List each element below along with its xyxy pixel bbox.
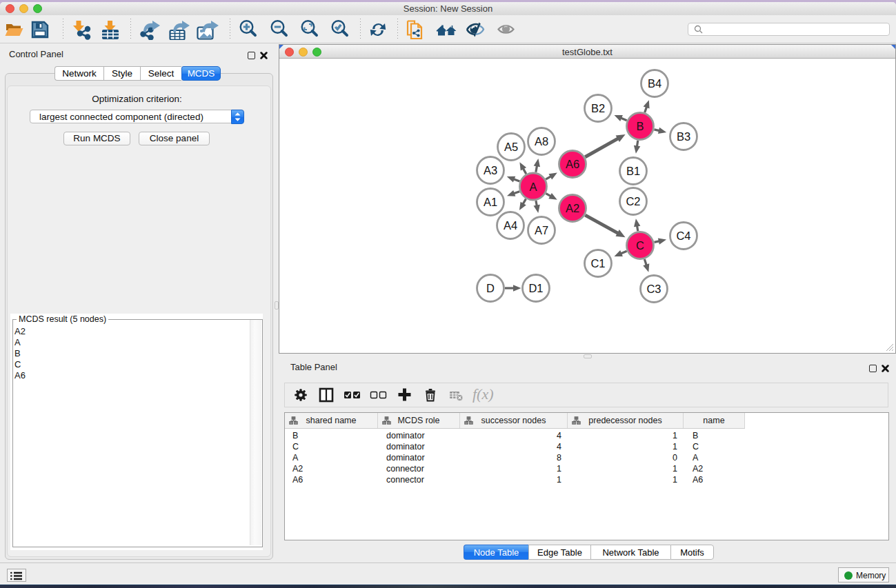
svg-text:B4: B4 bbox=[648, 77, 661, 90]
svg-text:A2: A2 bbox=[566, 202, 579, 214]
svg-text:B3: B3 bbox=[677, 130, 690, 143]
svg-text:A1: A1 bbox=[484, 196, 497, 208]
svg-text:B: B bbox=[636, 120, 644, 132]
svg-text:D1: D1 bbox=[528, 282, 543, 294]
svg-text:A6: A6 bbox=[566, 158, 579, 170]
svg-text:C3: C3 bbox=[646, 283, 661, 295]
svg-text:C4: C4 bbox=[676, 230, 690, 242]
svg-text:A8: A8 bbox=[535, 135, 548, 148]
svg-text:A7: A7 bbox=[535, 224, 548, 236]
svg-text:C: C bbox=[636, 239, 644, 252]
svg-text:A: A bbox=[529, 181, 537, 193]
svg-text:A5: A5 bbox=[504, 141, 518, 153]
svg-text:B1: B1 bbox=[626, 165, 640, 177]
svg-text:A4: A4 bbox=[504, 219, 517, 232]
svg-text:D: D bbox=[486, 282, 495, 294]
svg-text:A3: A3 bbox=[484, 164, 497, 176]
svg-text:C2: C2 bbox=[626, 195, 640, 207]
svg-text:B2: B2 bbox=[591, 102, 605, 114]
svg-text:C1: C1 bbox=[590, 257, 605, 270]
